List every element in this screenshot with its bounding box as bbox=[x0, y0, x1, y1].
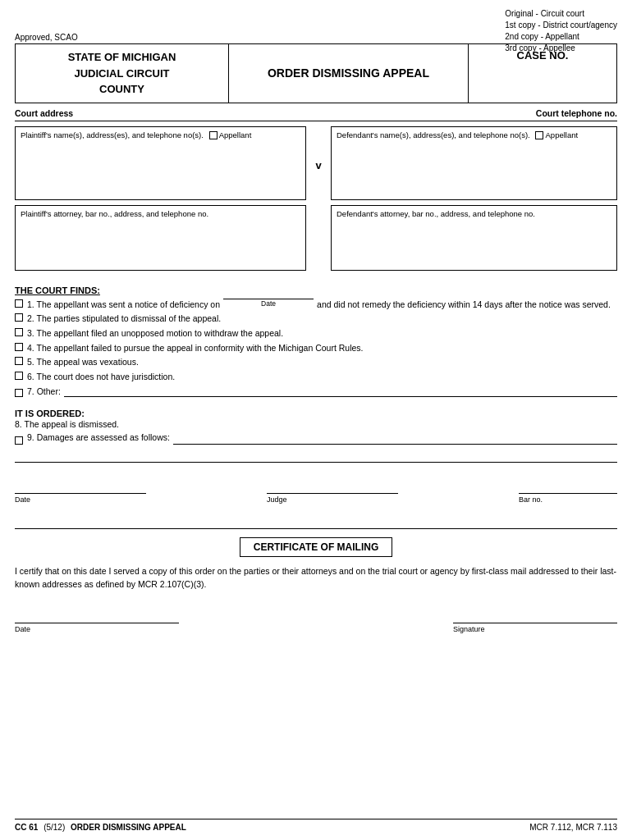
cert-signature-line bbox=[453, 607, 617, 623]
parties-container: Plaintiff's name(s), address(es), and te… bbox=[15, 126, 617, 271]
finding-text-2: 2. The parties stipulated to dismissal o… bbox=[27, 313, 221, 325]
court-info-row: Court address Court telephone no. bbox=[15, 107, 617, 121]
footer-right: MCR 7.112, MCR 7.113 bbox=[529, 823, 617, 832]
defendant-appellant-label: Appellant bbox=[546, 130, 579, 139]
plaintiff-attorney-box: Plaintiff's attorney, bar no., address, … bbox=[15, 205, 306, 271]
footer-cc61: CC 61 bbox=[15, 823, 38, 832]
damages-line bbox=[173, 444, 617, 445]
findings-title: THE COURT FINDS: bbox=[15, 285, 617, 295]
plaintiff-attorney-label: Plaintiff's attorney, bar no., address, … bbox=[21, 209, 208, 218]
footer-left: CC 61 (5/12) ORDER DISMISSING APPEAL bbox=[15, 823, 186, 832]
finding-text-7: 7. Other: bbox=[27, 386, 61, 398]
footer-date-code: (5/12) bbox=[44, 823, 65, 832]
plaintiff-appellant-label: Appellant bbox=[219, 130, 252, 139]
finding-text-1b: and did not remedy the deficiency within… bbox=[317, 299, 611, 311]
v-label-text: v bbox=[315, 159, 321, 171]
finding-item-5: 5. The appeal was vexatious. bbox=[15, 356, 617, 368]
finding-item-7: 7. Other: bbox=[15, 386, 617, 398]
footer-center-text: ORDER DISMISSING APPEAL bbox=[71, 823, 186, 832]
header-title: ORDER DISMISSING APPEAL bbox=[229, 44, 469, 103]
finding-text-6: 6. The court does not have jurisdiction. bbox=[27, 371, 175, 383]
header-left: STATE OF MICHIGAN JUDICIAL CIRCUIT COUNT… bbox=[16, 44, 229, 103]
finding-text-5: 5. The appeal was vexatious. bbox=[27, 356, 139, 368]
judge-sig-label: Judge bbox=[267, 495, 287, 504]
signature-row: Date Judge Bar no. bbox=[15, 477, 617, 504]
county-label: COUNTY bbox=[99, 83, 144, 95]
cert-title-box: CERTIFICATE OF MAILING bbox=[240, 537, 392, 557]
date-sig-label: Date bbox=[15, 495, 146, 504]
ordered-section: IT IS ORDERED: 8. The appeal is dismisse… bbox=[15, 409, 617, 463]
defendant-main-label: Defendant's name(s), address(es), and te… bbox=[337, 130, 530, 139]
cert-date-line bbox=[15, 607, 179, 623]
barno-sig-line bbox=[519, 477, 617, 494]
finding-text-1a: 1. The appellant was sent a notice of de… bbox=[27, 299, 220, 311]
date-sig-block: Date bbox=[15, 477, 146, 504]
copy-info-line2: 1st copy - District court/agency bbox=[505, 21, 617, 30]
plaintiff-main-box: Plaintiff's name(s), address(es), and te… bbox=[15, 126, 306, 200]
finding-item-6: 6. The court does not have jurisdiction. bbox=[15, 371, 617, 383]
copy-info-line4: 3rd copy - Appellee bbox=[505, 43, 575, 52]
finding-item-3: 3. The appellant filed an unopposed moti… bbox=[15, 327, 617, 340]
copy-info-line3: 2nd copy - Appellant bbox=[505, 32, 579, 41]
finding-checkbox-2[interactable] bbox=[15, 313, 23, 322]
ordered-title: IT IS ORDERED: bbox=[15, 409, 617, 418]
cert-text: I certify that on this date I served a c… bbox=[15, 565, 617, 591]
ordered-item-8: 8. The appeal is dismissed. bbox=[15, 418, 617, 431]
court-phone-label: Court telephone no. bbox=[536, 108, 617, 118]
footer: CC 61 (5/12) ORDER DISMISSING APPEAL MCR… bbox=[15, 819, 617, 832]
plaintiff-main-label: Plaintiff's name(s), address(es), and te… bbox=[21, 130, 204, 139]
court-address-label: Court address bbox=[15, 108, 73, 118]
finding-item-1: 1. The appellant was sent a notice of de… bbox=[15, 299, 617, 311]
finding-text-4: 4. The appellant failed to pursue the ap… bbox=[27, 342, 364, 354]
date-sig-line bbox=[15, 477, 146, 494]
copy-info-line1: Original - Circuit court bbox=[505, 9, 584, 18]
cert-signature-label: Signature bbox=[453, 625, 617, 633]
plaintiff-appellant-checkbox[interactable] bbox=[209, 131, 218, 139]
extra-line-1 bbox=[15, 451, 617, 463]
extra-lines-block bbox=[15, 451, 617, 463]
cert-title-wrapper: CERTIFICATE OF MAILING bbox=[15, 537, 617, 557]
cert-date-block: Date bbox=[15, 607, 179, 633]
barno-sig-block: Bar no. bbox=[519, 477, 617, 504]
order-title-text: ORDER DISMISSING APPEAL bbox=[268, 66, 429, 80]
barno-sig-label: Bar no. bbox=[519, 495, 543, 504]
footer-mcr-text: MCR 7.112, MCR 7.113 bbox=[529, 823, 617, 832]
copy-info: Original - Circuit court 1st copy - Dist… bbox=[505, 8, 617, 54]
finding-checkbox-1[interactable] bbox=[15, 299, 23, 308]
v-divider: v bbox=[306, 126, 331, 171]
certificate-section: CERTIFICATE OF MAILING I certify that on… bbox=[15, 528, 617, 634]
ordered-damages-label: 9. Damages are assessed as follows: bbox=[27, 431, 170, 445]
defendant-attorney-label: Defendant's attorney, bar no., address, … bbox=[337, 209, 535, 218]
finding-checkbox-6[interactable] bbox=[15, 372, 23, 380]
judge-sig-line bbox=[267, 477, 398, 494]
cert-sig-row: Date Signature bbox=[15, 607, 617, 633]
defendant-appellant-checkbox[interactable] bbox=[535, 131, 543, 139]
cert-signature-block: Signature bbox=[453, 607, 617, 633]
judicial-label: JUDICIAL CIRCUIT bbox=[74, 67, 169, 80]
finding-checkbox-3[interactable] bbox=[15, 328, 23, 336]
finding-text-3: 3. The appellant filed an unopposed moti… bbox=[27, 327, 283, 340]
plaintiff-section: Plaintiff's name(s), address(es), and te… bbox=[15, 126, 306, 271]
finding-checkbox-4[interactable] bbox=[15, 343, 23, 351]
finding-checkbox-5[interactable] bbox=[15, 357, 23, 365]
finding-item-4: 4. The appellant failed to pursue the ap… bbox=[15, 342, 617, 354]
findings-section: THE COURT FINDS: 1. The appellant was se… bbox=[15, 285, 617, 398]
other-line bbox=[64, 396, 617, 397]
defendant-main-box: Defendant's name(s), address(es), and te… bbox=[331, 126, 617, 200]
finding-item-2: 2. The parties stipulated to dismissal o… bbox=[15, 313, 617, 325]
date-line-block: Date bbox=[223, 299, 314, 309]
cert-title-text: CERTIFICATE OF MAILING bbox=[254, 541, 378, 553]
finding-checkbox-7[interactable] bbox=[15, 389, 23, 397]
ordered-item-9: 9. Damages are assessed as follows: bbox=[15, 431, 617, 445]
judge-sig-block: Judge bbox=[267, 477, 398, 504]
defendant-attorney-box: Defendant's attorney, bar no., address, … bbox=[331, 205, 617, 271]
state-label: STATE OF MICHIGAN bbox=[68, 51, 176, 63]
ordered-checkbox-9[interactable] bbox=[15, 436, 23, 445]
date-label: Date bbox=[261, 299, 276, 309]
defendant-section: Defendant's name(s), address(es), and te… bbox=[331, 126, 617, 271]
cert-date-label: Date bbox=[15, 625, 179, 633]
